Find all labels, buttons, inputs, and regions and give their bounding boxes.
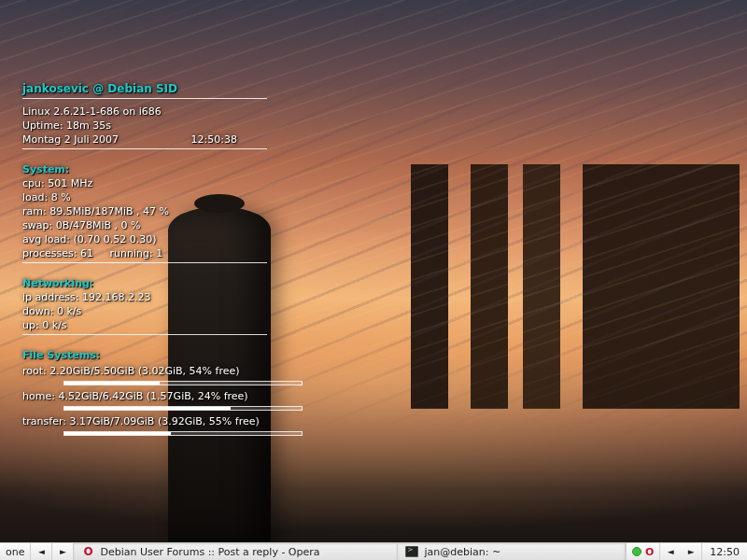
- up-value: 0 k/s: [42, 319, 66, 331]
- running-label: running:: [109, 247, 152, 259]
- cpu-value: 501 MHz: [48, 177, 92, 189]
- date-row: Montag 2 Juli 2007 12:50:38: [22, 133, 237, 147]
- fs-transfer-row: transfer: 3.17GiB/7.09GiB (3.92GiB, 55% …: [22, 414, 267, 428]
- triangle-right-icon: ►: [688, 548, 695, 556]
- tray-next-button[interactable]: ►: [681, 543, 702, 560]
- fs-transfer-bar: [63, 431, 303, 436]
- swap-row: swap: 0B/478MiB , 0 %: [22, 218, 267, 232]
- workspace-next-button[interactable]: ►: [52, 543, 74, 560]
- workspace-label[interactable]: one: [0, 543, 31, 560]
- swap-label: swap:: [22, 219, 52, 231]
- date-value: Montag 2 Juli 2007: [22, 133, 119, 147]
- taskbar-task-opera[interactable]: O Debian User Forums :: Post a reply - O…: [74, 543, 398, 560]
- processes-label: processes:: [22, 247, 77, 259]
- fs-heading: File Systems:: [22, 348, 267, 362]
- cpu-row: cpu: 501 MHz: [22, 176, 267, 190]
- divider: [22, 334, 267, 335]
- swap-value: 0B/478MiB , 0 %: [56, 219, 141, 231]
- ip-row: ip address: 192.168.2.23: [22, 290, 267, 304]
- fs-home-bar: [63, 406, 303, 411]
- load-row: load: 8 %: [22, 190, 267, 204]
- fs-home-value: 4.52GiB/6.42GiB (1.57GiB, 24% free): [58, 390, 247, 402]
- fs-transfer-label: transfer:: [22, 415, 66, 427]
- cpu-label: cpu:: [22, 177, 45, 189]
- divider: [22, 98, 267, 99]
- fs-root-bar: [63, 381, 303, 385]
- opera-icon: O: [83, 545, 92, 558]
- taskbar: one ◄ ► O Debian User Forums :: Post a r…: [0, 542, 747, 560]
- task-opera-label: Debian User Forums :: Post a reply - Ope…: [100, 546, 319, 558]
- avgload-row: avg load: (0.70 0.52 0.30): [22, 232, 267, 246]
- down-value: 0 k/s: [57, 305, 81, 317]
- network-status-icon[interactable]: [632, 547, 641, 556]
- load-label: load:: [22, 191, 48, 203]
- ip-value: 192.168.2.23: [82, 291, 150, 303]
- fs-transfer-value: 3.17GiB/7.09GiB (3.92GiB, 55% free): [69, 415, 259, 427]
- terminal-icon: [405, 546, 418, 557]
- load-value: 8 %: [51, 191, 71, 203]
- fs-transfer-bar-fill: [64, 432, 171, 435]
- divider: [22, 262, 267, 263]
- processes-value: 61: [80, 247, 93, 259]
- task-terminal-label: jan@debian: ~: [424, 546, 500, 558]
- fs-root-row: root: 2.20GiB/5.50GiB (3.02GiB, 54% free…: [22, 364, 267, 378]
- conky-title: jankosevic @ Debian SID: [22, 82, 267, 96]
- processes-row: processes: 61 running: 1: [22, 246, 267, 260]
- taskbar-task-terminal[interactable]: jan@debian: ~: [398, 543, 625, 560]
- divider: [22, 148, 267, 149]
- uptime-label: Uptime:: [22, 119, 63, 132]
- ram-value: 89.5MiB/187MiB , 47 %: [49, 205, 169, 217]
- tray-prev-button[interactable]: ◄: [660, 543, 681, 560]
- ip-label: ip address:: [22, 291, 78, 303]
- fs-root-value: 2.20GiB/5.50GiB (3.02GiB, 54% free): [49, 365, 239, 377]
- kernel-line: Linux 2.6.21-1-686 on i686: [22, 105, 267, 119]
- triangle-left-icon: ◄: [38, 548, 45, 556]
- down-label: down:: [22, 305, 53, 317]
- running-value: 1: [156, 247, 162, 259]
- workspace-prev-button[interactable]: ◄: [31, 543, 52, 560]
- fs-home-row: home: 4.52GiB/6.42GiB (1.57GiB, 24% free…: [22, 389, 267, 403]
- conky-overlay: jankosevic @ Debian SID Linux 2.6.21-1-6…: [22, 82, 267, 440]
- up-label: up:: [22, 319, 39, 331]
- triangle-right-icon: ►: [60, 548, 66, 556]
- uptime-row: Uptime: 18m 35s: [22, 119, 267, 133]
- avgload-label: avg load:: [22, 233, 70, 245]
- fs-home-bar-fill: [64, 407, 231, 410]
- avgload-value: (0.70 0.52 0.30): [73, 233, 156, 245]
- fs-root-label: root:: [22, 365, 47, 377]
- time-value: 12:50:38: [191, 133, 237, 147]
- system-tray: O: [626, 543, 660, 560]
- network-heading: Networking:: [22, 276, 267, 290]
- ram-label: ram:: [22, 205, 47, 217]
- triangle-left-icon: ◄: [668, 548, 674, 556]
- ram-row: ram: 89.5MiB/187MiB , 47 %: [22, 204, 267, 218]
- system-heading: System:: [22, 162, 267, 176]
- up-row: up: 0 k/s: [22, 318, 267, 332]
- taskbar-clock[interactable]: 12:50: [702, 543, 747, 560]
- uptime-value: 18m 35s: [66, 119, 111, 132]
- opera-tray-icon[interactable]: O: [645, 546, 654, 558]
- fs-home-label: home:: [22, 390, 55, 402]
- down-row: down: 0 k/s: [22, 304, 267, 318]
- fs-root-bar-fill: [64, 382, 160, 385]
